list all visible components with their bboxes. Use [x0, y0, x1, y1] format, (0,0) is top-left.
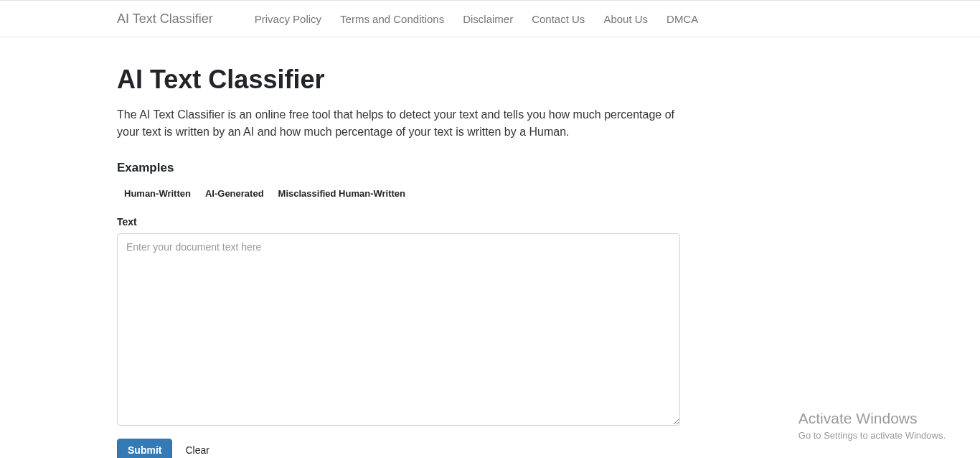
page-title: AI Text Classifier — [117, 65, 680, 95]
nav-links: Privacy Policy Terms and Conditions Disc… — [245, 2, 708, 36]
tab-human-written[interactable]: Human-Written — [124, 185, 191, 202]
nav-contact[interactable]: Contact Us — [522, 2, 594, 36]
brand-link[interactable]: AI Text Classifier — [117, 11, 224, 27]
text-label: Text — [117, 216, 680, 228]
navbar: AI Text Classifier Privacy Policy Terms … — [0, 1, 980, 37]
nav-about[interactable]: About Us — [594, 2, 657, 36]
nav-terms[interactable]: Terms and Conditions — [331, 2, 453, 36]
tab-misclassified[interactable]: Misclassified Human-Written — [278, 185, 405, 202]
tab-ai-generated[interactable]: AI-Generated — [205, 185, 264, 202]
button-row: Submit Clear — [117, 439, 680, 458]
document-text-input[interactable] — [117, 233, 680, 426]
nav-dmca[interactable]: DMCA — [657, 2, 707, 36]
submit-button[interactable]: Submit — [117, 439, 172, 458]
nav-privacy-policy[interactable]: Privacy Policy — [245, 2, 331, 36]
page-description: The AI Text Classifier is an online free… — [117, 106, 680, 141]
examples-tabs: Human-Written AI-Generated Misclassified… — [117, 185, 680, 202]
examples-heading: Examples — [117, 161, 680, 175]
clear-button[interactable]: Clear — [179, 439, 215, 458]
nav-disclaimer[interactable]: Disclaimer — [453, 2, 522, 36]
